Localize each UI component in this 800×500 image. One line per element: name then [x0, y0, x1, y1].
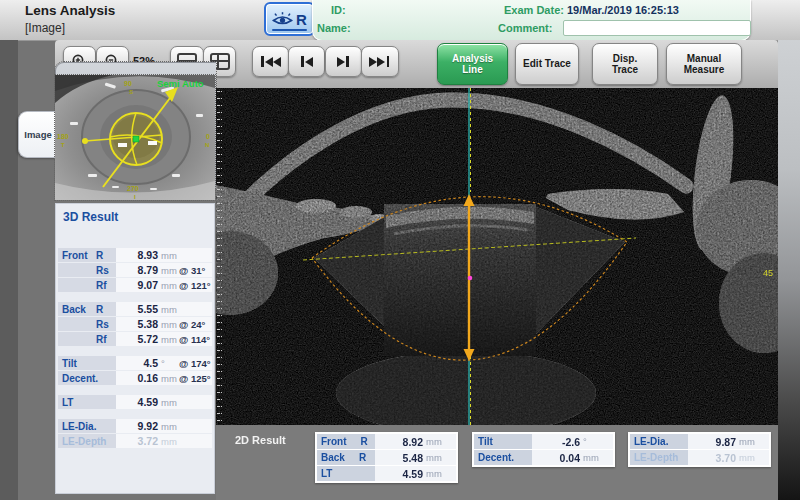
right-margin [778, 40, 800, 500]
svg-text:S: S [129, 89, 133, 95]
page-title: Lens Analysis [25, 3, 115, 18]
row-2d-front: FrontR8.92mm [317, 434, 456, 449]
row-2d-decent: Decent.0.04mm [474, 450, 613, 465]
svg-text:180: 180 [57, 133, 69, 140]
disp-trace-label: Disp.Trace [612, 53, 638, 76]
patient-info-panel: ID: Name: Exam Date: 19/Mar./2019 16:25:… [312, 0, 751, 41]
svg-text:0: 0 [206, 133, 210, 140]
skip-last-icon [387, 56, 390, 67]
manual-measure-button[interactable]: ManualMeasure [666, 43, 742, 85]
row-le-depth: LE-Depth3.72mm [58, 434, 212, 448]
lens-center-marker[interactable] [468, 276, 473, 281]
svg-text:90: 90 [124, 80, 132, 87]
row-2d-tilt: Tilt-2.6° [474, 434, 613, 449]
exam-date-value: 19/Mar./2019 16:25:13 [567, 4, 679, 16]
step-prev-icon [301, 56, 304, 67]
step-prev-icon [305, 57, 313, 67]
svg-text:N: N [205, 142, 209, 148]
eye-photo: Semi Auto 90 S 180 T 0 N 270 I [55, 75, 215, 200]
laterality-right-eye-button[interactable]: R [264, 2, 315, 36]
row-2d-back: BackR5.48mm [317, 450, 456, 465]
analysis-line-button[interactable]: AnalysisLine [437, 43, 508, 85]
tab-image-label: Image [24, 129, 51, 140]
row-2d-le-depth: LE-Depth3.70mm [630, 450, 769, 465]
row-front-rs: Rs8.79mm@ 31° [58, 263, 212, 277]
result-3d-table: FrontR8.93mm Rs8.79mm@ 31° Rf9.07mm@ 121… [58, 248, 212, 449]
row-tilt: Tilt4.5°@ 174° [58, 356, 212, 370]
tab-image[interactable]: Image [18, 111, 57, 158]
comment-input[interactable] [563, 20, 751, 36]
result-2d-table-tilt: Tilt-2.6° Decent.0.04mm [472, 432, 615, 467]
result-2d-table-le: LE-Dia.9.87mm LE-Depth3.70mm [628, 432, 771, 467]
next-frame-button[interactable] [325, 46, 362, 77]
scan-angle-label: 45 [763, 268, 773, 278]
depth-ruler [217, 88, 222, 425]
result-2d-title: 2D Result [235, 434, 286, 446]
edit-trace-label: Edit Trace [523, 58, 571, 70]
result-3d-panel: 3D Result FrontR8.93mm Rs8.79mm@ 31° Rf9… [55, 203, 215, 494]
manual-measure-label: ManualMeasure [684, 53, 725, 76]
row-2d-lt: LT4.59mm [317, 466, 456, 481]
skip-first-icon [261, 56, 264, 67]
semi-auto-mode-label: Semi Auto [157, 78, 204, 89]
left-margin [0, 40, 18, 500]
step-next-icon [337, 57, 345, 67]
disp-trace-button[interactable]: Disp.Trace [592, 43, 658, 85]
result-2d-table-radii: FrontR8.92mm BackR5.48mm LT4.59mm [315, 432, 458, 483]
skip-first-icon [265, 57, 273, 67]
result-3d-title: 3D Result [63, 210, 118, 224]
laterality-letter: R [296, 12, 307, 27]
eye-thumbnail-view[interactable]: Semi Auto 90 S 180 T 0 N 270 I [55, 75, 215, 200]
first-frame-button[interactable] [252, 46, 289, 77]
skip-last-icon [377, 57, 385, 67]
skip-first-icon [273, 57, 281, 67]
row-le-dia: LE-Dia.9.92mm [58, 419, 212, 433]
skip-last-icon [369, 57, 377, 67]
name-label: Name: [317, 22, 351, 34]
row-2d-le-dia: LE-Dia.9.87mm [630, 434, 769, 449]
header-bar: Lens Analysis [Image] R ID: Name: Exam D… [0, 0, 800, 41]
id-label: ID: [331, 4, 346, 16]
row-front-rf: Rf9.07mm@ 121° [58, 278, 212, 292]
row-decent: Decent.0.16mm@ 125° [58, 371, 212, 385]
row-lt: LT4.59mm [58, 395, 212, 409]
exam-date-label: Exam Date: [504, 4, 564, 16]
step-next-icon [346, 56, 349, 67]
laterality-underline [272, 29, 307, 32]
row-back-rs: Rs5.38mm@ 24° [58, 317, 212, 331]
comment-label: Comment: [498, 22, 552, 34]
result-2d-bar: 2D Result FrontR8.92mm BackR5.48mm LT4.5… [216, 425, 778, 500]
last-frame-button[interactable] [361, 46, 399, 77]
oct-bscan-canvas[interactable]: 45 [216, 88, 778, 425]
analysis-line-label: AnalysisLine [452, 53, 493, 76]
lens-analysis-window: Lens Analysis [Image] R ID: Name: Exam D… [0, 0, 800, 500]
svg-text:T: T [61, 142, 65, 148]
row-front-r: FrontR8.93mm [58, 248, 212, 262]
oct-bscan-image: 45 [216, 88, 778, 425]
edit-trace-button[interactable]: Edit Trace [515, 43, 579, 85]
view-mode-label: [Image] [25, 21, 65, 35]
row-back-r: BackR5.55mm [58, 302, 212, 316]
row-back-rf: Rf5.72mm@ 114° [58, 332, 212, 346]
svg-text:270: 270 [127, 185, 139, 192]
eye-icon [272, 11, 293, 27]
previous-frame-button[interactable] [288, 46, 325, 77]
